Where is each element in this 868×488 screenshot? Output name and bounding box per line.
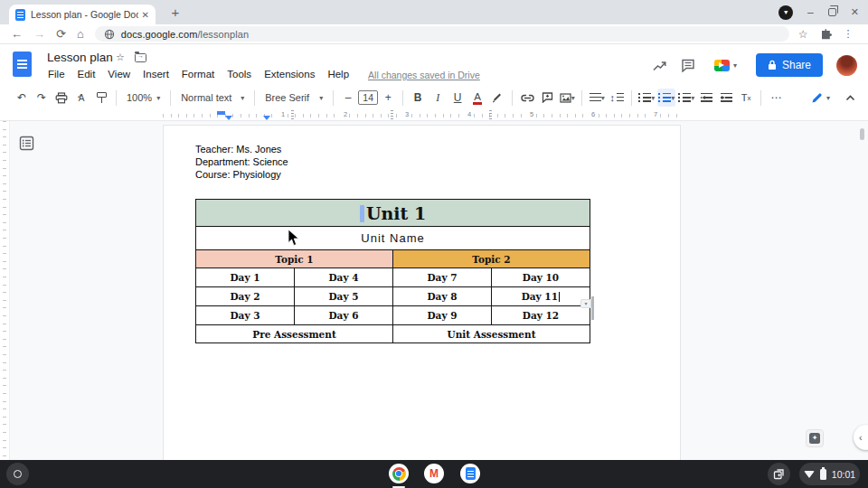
back-button[interactable]: ← bbox=[11, 27, 23, 41]
restore-button[interactable] bbox=[828, 8, 836, 16]
table-edge-handle[interactable] bbox=[591, 296, 594, 320]
launcher-button[interactable] bbox=[6, 463, 29, 485]
docs-app-icon[interactable] bbox=[13, 52, 32, 77]
italic-icon[interactable]: I bbox=[429, 89, 447, 107]
day-cell[interactable]: Day 10 bbox=[492, 268, 590, 287]
add-comment-icon[interactable] bbox=[538, 89, 556, 107]
document-page[interactable]: Teacher: Ms. Jones Department: Science C… bbox=[163, 125, 681, 460]
table-column-marker[interactable] bbox=[391, 110, 393, 120]
show-outline-icon[interactable] bbox=[19, 136, 34, 151]
redo-icon[interactable]: ↷ bbox=[33, 89, 51, 107]
day-cell[interactable]: Day 3 bbox=[196, 306, 295, 325]
day-cell[interactable]: Day 5 bbox=[295, 287, 393, 306]
home-button[interactable]: ⌂ bbox=[77, 27, 84, 41]
menu-help[interactable]: Help bbox=[321, 68, 355, 80]
shelf-gmail-app[interactable]: M bbox=[424, 464, 444, 483]
undo-icon[interactable]: ↶ bbox=[13, 89, 31, 107]
browser-tab-active[interactable]: Lesson plan - Google Docs ✕ bbox=[9, 5, 156, 24]
checklist-icon[interactable]: ▾ bbox=[637, 89, 656, 107]
insert-link-icon[interactable] bbox=[518, 89, 536, 107]
menu-view[interactable]: View bbox=[101, 68, 137, 80]
table-column-marker[interactable] bbox=[489, 110, 492, 120]
unit-title-cell[interactable]: Unit 1 bbox=[196, 200, 590, 227]
paragraph-style-select[interactable]: Normal text▾ bbox=[175, 92, 250, 103]
clear-formatting-icon[interactable]: Tx bbox=[737, 89, 755, 107]
shelf-chrome-app[interactable] bbox=[389, 464, 409, 483]
menu-extensions[interactable]: Extensions bbox=[258, 68, 321, 80]
increase-indent-icon[interactable] bbox=[717, 89, 735, 107]
extensions-puzzle-icon[interactable] bbox=[820, 28, 832, 40]
minimize-button[interactable]: – bbox=[807, 8, 814, 17]
menu-format[interactable]: Format bbox=[175, 68, 221, 80]
menu-edit[interactable]: Edit bbox=[71, 68, 102, 80]
browser-menu-icon[interactable]: ⋮ bbox=[844, 28, 854, 40]
tab-close-icon[interactable]: ✕ bbox=[142, 10, 149, 20]
more-options-icon[interactable]: ⋯ bbox=[767, 89, 785, 107]
day-cell[interactable]: Day 2 bbox=[196, 287, 295, 306]
day-cell[interactable]: Day 6 bbox=[295, 306, 393, 325]
underline-icon[interactable]: U bbox=[448, 89, 467, 107]
account-avatar[interactable] bbox=[836, 55, 857, 76]
decrease-indent-icon[interactable] bbox=[697, 89, 715, 107]
day-cell[interactable]: Day 8 bbox=[393, 287, 492, 306]
left-indent-marker[interactable] bbox=[225, 116, 232, 120]
save-status-link[interactable]: All changes saved in Drive bbox=[368, 68, 480, 80]
day-cell[interactable]: Day 1 bbox=[196, 268, 295, 287]
scrollbar-thumb[interactable] bbox=[860, 128, 864, 140]
day-cell[interactable]: Day 12 bbox=[492, 306, 590, 325]
media-controls-icon[interactable]: ▼ bbox=[778, 5, 793, 20]
hide-menus-icon[interactable] bbox=[841, 89, 859, 107]
table-column-marker[interactable] bbox=[291, 110, 294, 120]
font-size-input[interactable]: 14 bbox=[358, 90, 378, 105]
document-meta-text[interactable]: Teacher: Ms. Jones Department: Science C… bbox=[195, 143, 288, 181]
print-icon[interactable] bbox=[52, 89, 71, 107]
document-stats-icon[interactable] bbox=[653, 60, 667, 71]
share-button[interactable]: Share bbox=[756, 53, 823, 77]
comment-history-icon[interactable] bbox=[681, 59, 695, 72]
pre-assessment-cell[interactable]: Pre Assessment bbox=[196, 325, 393, 343]
status-tray[interactable]: 10:01 bbox=[799, 463, 860, 485]
unit-assessment-cell[interactable]: Unit Assessment bbox=[393, 325, 590, 343]
explore-button[interactable]: ✦ bbox=[806, 429, 824, 447]
menu-file[interactable]: File bbox=[42, 68, 71, 80]
day-cell-with-cursor[interactable]: Day 11 bbox=[492, 287, 590, 306]
unit-name-cell[interactable]: Unit Name bbox=[196, 227, 590, 250]
star-document-icon[interactable]: ☆ bbox=[116, 52, 125, 63]
document-title[interactable]: Lesson plan bbox=[47, 51, 113, 64]
line-spacing-icon[interactable]: ↕ bbox=[608, 89, 626, 107]
bold-icon[interactable]: B bbox=[409, 89, 427, 107]
decrease-font-size-button[interactable]: – bbox=[339, 89, 357, 107]
paint-format-icon[interactable] bbox=[92, 89, 110, 107]
table-cell-dropdown-icon[interactable]: ▾ bbox=[580, 299, 591, 308]
meet-call-button[interactable]: ▾ bbox=[709, 56, 742, 75]
zoom-select[interactable]: 100%▾ bbox=[121, 92, 165, 103]
insert-image-icon[interactable]: ▾ bbox=[558, 89, 576, 107]
move-to-folder-icon[interactable] bbox=[135, 53, 146, 62]
editing-mode-button[interactable]: ▾ bbox=[804, 90, 837, 106]
day-cell[interactable]: Day 7 bbox=[393, 268, 492, 287]
bookmark-star-icon[interactable]: ☆ bbox=[798, 28, 808, 41]
increase-font-size-button[interactable]: + bbox=[379, 89, 397, 107]
topic1-cell[interactable]: Topic 1 bbox=[196, 250, 393, 268]
right-indent-marker[interactable] bbox=[263, 116, 270, 120]
address-bar[interactable]: docs.google.com/lessonplan bbox=[95, 26, 789, 42]
align-icon[interactable]: ▾ bbox=[588, 89, 606, 107]
menu-tools[interactable]: Tools bbox=[221, 68, 258, 80]
spellcheck-icon[interactable]: A✓ bbox=[72, 89, 90, 107]
highlight-color-icon[interactable] bbox=[488, 89, 506, 107]
new-tab-button[interactable]: + bbox=[166, 4, 184, 22]
day-cell[interactable]: Day 4 bbox=[295, 268, 393, 287]
collapse-side-panel-button[interactable]: ‹ bbox=[854, 425, 868, 450]
reload-button[interactable]: ⟳ bbox=[56, 27, 66, 41]
font-select[interactable]: Bree Serif▾ bbox=[259, 92, 328, 103]
first-line-indent-marker[interactable] bbox=[217, 111, 225, 115]
forward-button[interactable]: → bbox=[33, 27, 45, 41]
screen-capture-button[interactable] bbox=[768, 463, 790, 485]
bulleted-list-icon[interactable]: ▾ bbox=[657, 89, 675, 107]
numbered-list-icon[interactable]: ▾ bbox=[677, 89, 695, 107]
menu-insert[interactable]: Insert bbox=[137, 68, 175, 80]
text-color-icon[interactable]: A bbox=[468, 89, 486, 107]
topic2-cell[interactable]: Topic 2 bbox=[393, 250, 590, 268]
close-window-button[interactable]: ✕ bbox=[851, 6, 859, 18]
day-cell[interactable]: Day 9 bbox=[393, 306, 492, 325]
